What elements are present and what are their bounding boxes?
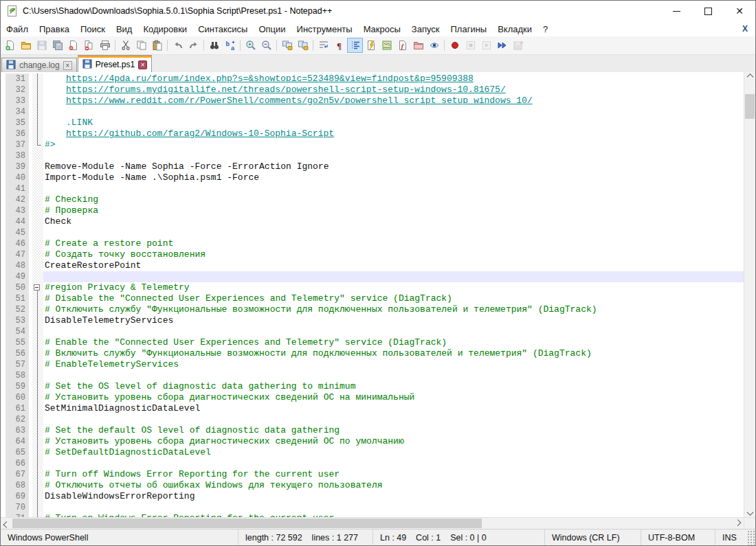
- toolbar-folder-as-workspace-button[interactable]: [410, 38, 426, 53]
- minimize-button[interactable]: [660, 1, 692, 21]
- toolbar-cut-button[interactable]: [118, 38, 133, 53]
- status-insert-mode[interactable]: INS: [715, 530, 746, 545]
- menu-item-3[interactable]: Вид: [111, 21, 138, 36]
- toolbar-save-all-button[interactable]: [49, 38, 65, 53]
- code-text[interactable]: .LINK: [43, 117, 744, 128]
- maximize-button[interactable]: [692, 1, 724, 21]
- toolbar-paste-button[interactable]: [149, 38, 165, 53]
- code-text[interactable]: # EnableTelemetryServices: [43, 359, 744, 370]
- toolbar-macro-play-button[interactable]: [478, 38, 494, 53]
- code-text[interactable]: DisableTelemetryServices: [43, 315, 744, 326]
- toolbar-open-folder-button[interactable]: [18, 38, 34, 53]
- menu-item-10[interactable]: Плагины: [445, 21, 493, 36]
- code-text[interactable]: Import-Module -Name .\Sophia.psm1 -Force: [43, 172, 744, 183]
- code-text[interactable]: # Set the OS level of diagnostic data ga…: [43, 381, 744, 392]
- toolbar-document-map-button[interactable]: [379, 38, 394, 53]
- menu-item-0[interactable]: Файл: [1, 21, 34, 36]
- menu-item-8[interactable]: Макросы: [358, 21, 406, 36]
- code-text[interactable]: # Checking: [43, 194, 744, 205]
- menu-item-1[interactable]: Правка: [34, 21, 75, 36]
- code-text[interactable]: https://forums.mydigitallife.net/threads…: [43, 84, 744, 95]
- toolbar-save-button[interactable]: [34, 38, 49, 53]
- toolbar-zoom-out-button[interactable]: [258, 38, 274, 53]
- toolbar-zoom-in-button[interactable]: [243, 38, 258, 53]
- code-text[interactable]: [43, 227, 744, 238]
- toolbar-close-button[interactable]: [65, 38, 81, 53]
- toolbar-monitoring-button[interactable]: [426, 38, 442, 53]
- horizontal-scrollbar-thumb[interactable]: [12, 519, 482, 528]
- vertical-scrollbar-thumb[interactable]: [745, 94, 755, 119]
- scroll-up-arrow-icon[interactable]: [744, 72, 755, 84]
- code-text[interactable]: SetMinimalDiagnosticDataLevel: [43, 403, 744, 414]
- toolbar-copy-button[interactable]: [133, 38, 149, 53]
- toolbar-word-wrap-button[interactable]: [315, 38, 331, 53]
- code-text[interactable]: [43, 458, 744, 469]
- tab-Preset.ps1[interactable]: Preset.ps1×: [78, 55, 152, 72]
- toolbar-sync-scroll-vertical-button[interactable]: [279, 38, 295, 53]
- code-text[interactable]: [43, 106, 744, 117]
- toolbar-macro-run-multiple-button[interactable]: [494, 38, 510, 53]
- scroll-down-arrow-icon[interactable]: [744, 505, 755, 517]
- editor[interactable]: 31https://4pda.ru/forum/index.php?s=&sho…: [1, 72, 755, 517]
- scroll-left-arrow-icon[interactable]: [1, 518, 12, 529]
- menu-item-7[interactable]: Инструменты: [291, 21, 358, 36]
- code-text[interactable]: https://www.reddit.com/r/PowerShell/comm…: [43, 95, 744, 106]
- code-text[interactable]: # Создать точку восстановления: [43, 249, 744, 260]
- scroll-right-arrow-icon[interactable]: [732, 518, 744, 529]
- resize-grip[interactable]: [746, 530, 755, 545]
- code-text[interactable]: # Disable the "Connected User Experience…: [43, 293, 744, 304]
- toolbar-show-all-characters-button[interactable]: ¶: [331, 38, 347, 53]
- code-text[interactable]: # Включить службу "Функциональные возмож…: [43, 348, 744, 359]
- fold-collapse-button[interactable]: [32, 282, 43, 293]
- code-text[interactable]: # Create a restore point: [43, 238, 744, 249]
- menu-item-12[interactable]: ?: [537, 21, 553, 36]
- code-text[interactable]: # Отключить службу "Функциональные возмо…: [43, 304, 744, 315]
- code-text[interactable]: #>: [43, 139, 744, 150]
- tab-close-button[interactable]: ×: [63, 61, 72, 70]
- toolbar-redo-button[interactable]: [186, 38, 201, 53]
- code-text[interactable]: Remove-Module -Name Sophia -Force -Error…: [43, 161, 744, 172]
- code-text[interactable]: https://4pda.ru/forum/index.php?s=&showt…: [43, 73, 744, 84]
- menu-item-11[interactable]: Вкладки: [492, 21, 537, 36]
- code-text[interactable]: [43, 183, 744, 194]
- code-text[interactable]: # Проверка: [43, 205, 744, 216]
- toolbar-replace-button[interactable]: ba: [222, 38, 238, 53]
- menu-item-5[interactable]: Синтаксисы: [192, 21, 253, 36]
- menu-item-6[interactable]: Опции: [253, 21, 291, 36]
- tab-close-button[interactable]: ×: [138, 60, 147, 69]
- code-text[interactable]: CreateRestorePoint: [43, 260, 744, 271]
- code-text[interactable]: [43, 502, 744, 513]
- menu-close-document-button[interactable]: X: [735, 24, 755, 34]
- code-text[interactable]: # Turn on Windows Error Reporting for th…: [43, 513, 744, 517]
- code-text[interactable]: https://github.com/farag2/Windows-10-Sop…: [43, 128, 744, 139]
- code-text[interactable]: # Turn off Windows Error Reporting for t…: [43, 469, 744, 480]
- code-text[interactable]: # Установить уровень сбора диагностическ…: [43, 392, 744, 403]
- code-text[interactable]: # Enable the "Connected User Experiences…: [43, 337, 744, 348]
- toolbar-macro-stop-button[interactable]: [463, 38, 478, 53]
- code-text[interactable]: #region Privacy & Telemetry: [43, 282, 744, 293]
- toolbar-close-all-button[interactable]: [81, 38, 97, 53]
- vertical-scrollbar[interactable]: [744, 72, 755, 517]
- code-text[interactable]: [43, 271, 744, 282]
- tab-change.log[interactable]: change.log×: [1, 58, 77, 72]
- toolbar-indent-guide-button[interactable]: [347, 38, 363, 53]
- toolbar-find-button[interactable]: [206, 38, 222, 53]
- code-text[interactable]: [43, 150, 744, 161]
- close-button[interactable]: ✕: [724, 1, 755, 21]
- toolbar-new-file-button[interactable]: [2, 38, 18, 53]
- toolbar-define-language-button[interactable]: [363, 38, 379, 53]
- code-text[interactable]: # Set the default OS level of diagnostic…: [43, 425, 744, 436]
- code-area[interactable]: 31https://4pda.ru/forum/index.php?s=&sho…: [1, 72, 744, 517]
- code-text[interactable]: # Отключить отчеты об ошибках Windows дл…: [43, 480, 744, 491]
- menu-item-9[interactable]: Запуск: [406, 21, 445, 36]
- status-eol-format[interactable]: Windows (CR LF): [544, 530, 641, 545]
- toolbar-print-button[interactable]: [97, 38, 113, 53]
- code-text[interactable]: [43, 370, 744, 381]
- code-text[interactable]: Check: [43, 216, 744, 227]
- horizontal-scrollbar[interactable]: [1, 518, 744, 529]
- menu-item-4[interactable]: Кодировки: [137, 21, 192, 36]
- status-encoding[interactable]: UTF-8-BOM: [641, 530, 715, 545]
- toolbar-undo-button[interactable]: [170, 38, 186, 53]
- code-text[interactable]: # Установить уровень сбора диагностическ…: [43, 436, 744, 447]
- toolbar-macro-record-button[interactable]: [447, 38, 463, 53]
